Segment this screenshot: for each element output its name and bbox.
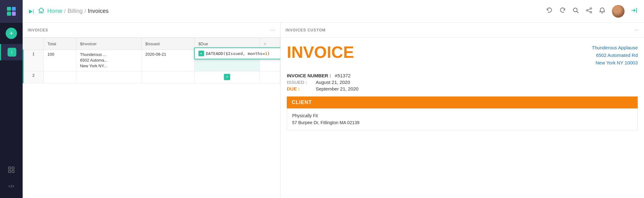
notification-button[interactable] (599, 7, 606, 15)
svg-line-5 (577, 11, 578, 13)
row-1-invoicer[interactable]: Thunderous ... 6502 Automa... New York N… (76, 50, 141, 71)
svg-line-10 (588, 11, 590, 12)
row-1-due[interactable]: = DATEADD($Issued, months=1) (194, 50, 259, 71)
company-address-2: New York NY 10003 (592, 59, 638, 67)
topnav: ▶| Home / Billing / Invoices (23, 0, 644, 23)
add-column-icon[interactable]: + (264, 41, 266, 47)
invoice-client-header: CLIENT (287, 96, 638, 108)
svg-line-9 (588, 9, 590, 10)
formula-icon: = (198, 51, 204, 56)
col-header-issued[interactable]: $Issued (142, 38, 195, 50)
nav-actions (546, 5, 638, 18)
nav-forward-icon[interactable]: ▶| (29, 8, 34, 14)
invoice-issued-row: ISSUED : August 21, 2020 (287, 80, 638, 85)
logo-dot-3 (7, 12, 11, 16)
svg-rect-1 (12, 167, 14, 169)
col-header-total[interactable]: Total (43, 38, 76, 50)
svg-rect-3 (12, 170, 14, 173)
row-2-formula-icon: = (224, 74, 230, 80)
invoice-issued-value: August 21, 2020 (316, 80, 350, 85)
invoice-address: Thunderous Applause 6502 Automated Rd Ne… (592, 44, 638, 67)
share-button[interactable] (586, 7, 592, 15)
col-header-num (23, 38, 44, 50)
svg-rect-2 (8, 170, 11, 173)
logo-dot-4 (12, 12, 16, 16)
breadcrumb: Home / Billing / Invoices (47, 8, 108, 14)
invoice-meta: INVOICE NUMBER : #51372 ISSUED : August … (287, 73, 638, 91)
sidebar-logo (0, 0, 23, 23)
formula-text: DATEADD($Issued, months=1) (206, 51, 270, 56)
active-item-icon: I (8, 48, 16, 57)
collapse-button[interactable] (631, 7, 638, 15)
invoice-top: INVOICE Thunderous Applause 6502 Automat… (287, 44, 638, 67)
invoice-due-row: DUE : September 21, 2020 (287, 86, 638, 91)
invoice-client-body: Physically Fit 57 Burpee Dr, Fitlington … (287, 108, 638, 130)
invoice-title: INVOICE (287, 44, 354, 60)
invoice-due-label: DUE : (287, 86, 312, 91)
breadcrumb-sep2: / (85, 8, 86, 14)
undo-button[interactable] (546, 7, 553, 15)
avatar[interactable] (612, 5, 625, 18)
redo-button[interactable] (559, 7, 566, 15)
client-name: Physically Fit (292, 112, 632, 119)
svg-point-8 (590, 12, 592, 13)
avatar-image (612, 5, 625, 18)
sidebar-bottom: </> (0, 163, 23, 198)
svg-rect-0 (8, 167, 11, 169)
logo-dot-1 (7, 7, 11, 11)
col-header-invoicer[interactable]: $Invoicer (76, 38, 141, 50)
panel-right-title: INVOICES Custom (286, 28, 325, 32)
panel-right-menu[interactable]: ··· (634, 27, 639, 33)
client-address: 57 Burpee Dr, Fitlington MA 02139 (292, 119, 632, 126)
grid-icon-btn[interactable] (0, 163, 23, 177)
panel-left-title: INVOICES (28, 28, 48, 32)
row-1-invoicer-line3: New York NY... (80, 63, 137, 69)
panel-left-header: INVOICES ··· (23, 23, 280, 38)
formula-highlight: 1 (265, 51, 267, 56)
panel-right-header: INVOICES Custom ··· (280, 23, 644, 38)
panel-left: INVOICES ··· Total $Invoicer $Issued $Du… (23, 23, 280, 198)
logo-dot-2 (12, 7, 16, 11)
row-1-issued[interactable]: 2020-08-21 (142, 50, 195, 71)
invoice-issued-label: ISSUED : (287, 80, 312, 85)
invoice-number-row: INVOICE NUMBER : #51372 (287, 73, 638, 78)
sidebar: + I </> (0, 0, 23, 198)
code-icon-btn[interactable]: </> (0, 179, 23, 193)
add-button[interactable]: + (6, 28, 17, 39)
row-2-issued[interactable] (142, 71, 195, 83)
svg-point-7 (586, 10, 588, 11)
breadcrumb-home[interactable]: Home (47, 8, 62, 14)
invoice-number-value: #51372 (335, 73, 351, 78)
table-row: 1 100 Thunderous ... 6502 Automa... New … (23, 50, 280, 71)
row-2-due[interactable]: = (194, 71, 259, 83)
row-1-num: 1 (23, 50, 44, 71)
row-1-total[interactable]: 100 (43, 50, 76, 71)
company-name: Thunderous Applause (592, 44, 638, 52)
breadcrumb-current: Invoices (88, 8, 108, 14)
row-1-invoicer-line1: Thunderous ... (80, 52, 137, 58)
main: ▶| Home / Billing / Invoices (23, 0, 644, 198)
row-2-total[interactable] (43, 71, 76, 83)
invoice-preview: INVOICE Thunderous Applause 6502 Automat… (280, 38, 644, 198)
breadcrumb-billing[interactable]: Billing (68, 8, 83, 14)
home-icon[interactable] (38, 7, 45, 15)
row-1-invoicer-line2: 6502 Automa... (80, 58, 137, 63)
invoice-number-label: INVOICE NUMBER : (287, 73, 331, 78)
spreadsheet-table: Total $Invoicer $Issued $Due + 1 (23, 38, 280, 83)
invoice-due-value: September 21, 2020 (316, 86, 358, 91)
breadcrumb-sep1: / (64, 8, 65, 14)
search-button[interactable] (572, 7, 579, 15)
panel-left-menu[interactable]: ··· (270, 27, 275, 33)
table-wrap[interactable]: Total $Invoicer $Issued $Due + 1 (23, 38, 280, 198)
logo-grid (7, 7, 16, 16)
svg-point-6 (590, 8, 592, 9)
row-2-invoicer[interactable] (76, 71, 141, 83)
table-row: 2 = (23, 71, 280, 83)
sidebar-item-active[interactable]: I (0, 44, 23, 60)
panel-right: INVOICES Custom ··· INVOICE Thunderous A… (280, 23, 644, 198)
formula-popup: = DATEADD($Issued, months=1) (194, 47, 280, 59)
content: INVOICES ··· Total $Invoicer $Issued $Du… (23, 23, 644, 198)
row-2-add (260, 71, 280, 83)
row-2-num: 2 (23, 71, 44, 83)
company-address-1: 6502 Automated Rd (592, 52, 638, 59)
